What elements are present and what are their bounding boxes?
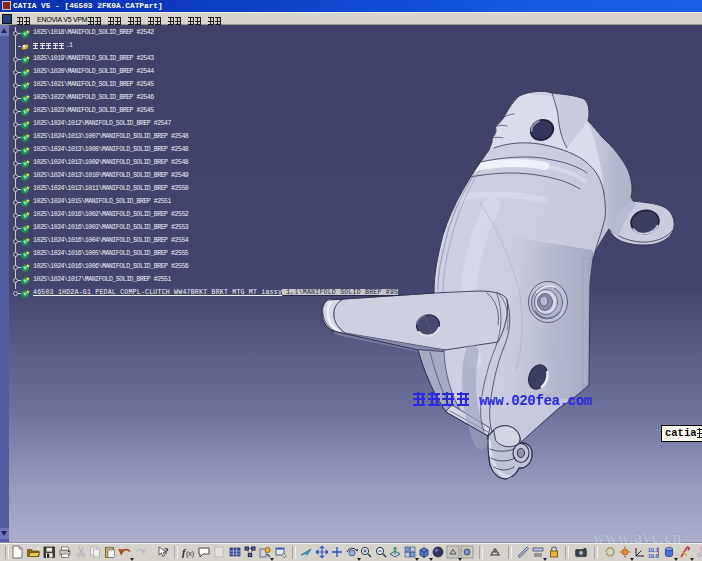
- svg-text:?: ?: [164, 546, 169, 556]
- svg-text:(x): (x): [186, 550, 194, 558]
- svg-text:10.0: 10.0: [648, 553, 659, 559]
